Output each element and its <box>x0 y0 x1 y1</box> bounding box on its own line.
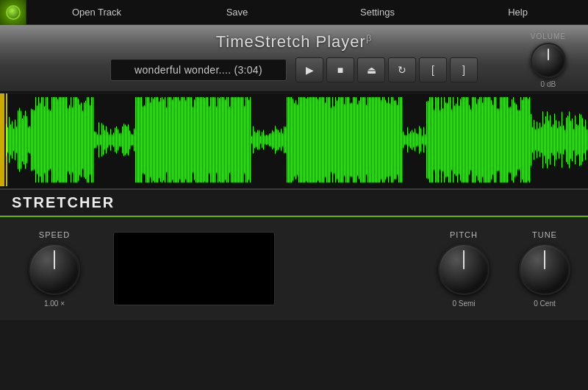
volume-knob[interactable] <box>531 43 566 78</box>
pitch-label: PITCH <box>450 230 478 239</box>
stop-button[interactable]: ■ <box>326 57 354 82</box>
speed-knob[interactable] <box>29 244 80 295</box>
app-title: TimeStretch Playerβ <box>216 32 373 52</box>
menu-settings[interactable]: Settings <box>307 0 448 25</box>
pitch-knob[interactable] <box>438 244 490 295</box>
tune-section: TUNE 0 Cent <box>519 230 570 308</box>
eject-button[interactable]: ⏏ <box>357 57 385 82</box>
tune-label: TUNE <box>532 230 557 239</box>
loop-button[interactable]: ↻ <box>388 57 416 82</box>
display-screen <box>113 232 275 305</box>
transport-buttons: ▶ ■ ⏏ ↻ [ ] <box>295 57 478 82</box>
volume-label: VOLUME <box>531 32 566 40</box>
speed-section: SPEED 1.00 × <box>18 230 91 308</box>
stretcher-title: STRETCHER <box>12 194 576 211</box>
track-display: wonderful wonder.... (3:04) <box>110 59 287 81</box>
mark-out-button[interactable]: ] <box>450 57 478 82</box>
volume-section: VOLUME 0 dB <box>531 32 566 88</box>
pitch-value: 0 Semi <box>452 299 475 308</box>
pitch-tune-section: PITCH 0 Semi TUNE 0 Cent <box>438 230 570 308</box>
waveform-canvas <box>0 93 588 186</box>
mark-in-button[interactable]: [ <box>419 57 447 82</box>
stretcher-controls: SPEED 1.00 × PITCH 0 Semi TUNE 0 Cent <box>0 217 588 320</box>
tune-value: 0 Cent <box>534 299 555 308</box>
menu-save[interactable]: Save <box>167 0 307 25</box>
header-panel: TimeStretch Playerβ wonderful wonder....… <box>0 25 588 93</box>
menu-help[interactable]: Help <box>448 0 588 25</box>
speed-label: SPEED <box>39 230 70 239</box>
stretcher-header: STRETCHER <box>0 188 588 217</box>
playhead <box>6 93 7 186</box>
logo-circle <box>6 5 21 20</box>
menu-open-track[interactable]: Open Track <box>26 0 167 25</box>
pitch-section: PITCH 0 Semi <box>438 230 490 308</box>
app-logo <box>0 0 26 25</box>
menu-bar: Open Track Save Settings Help <box>0 0 588 25</box>
play-button[interactable]: ▶ <box>295 57 323 82</box>
controls-row: wonderful wonder.... (3:04) ▶ ■ ⏏ ↻ [ ] <box>15 57 573 82</box>
tune-knob[interactable] <box>519 244 570 295</box>
speed-value: 1.00 × <box>44 299 65 308</box>
volume-value: 0 dB <box>541 80 556 88</box>
waveform-area[interactable] <box>0 93 588 188</box>
